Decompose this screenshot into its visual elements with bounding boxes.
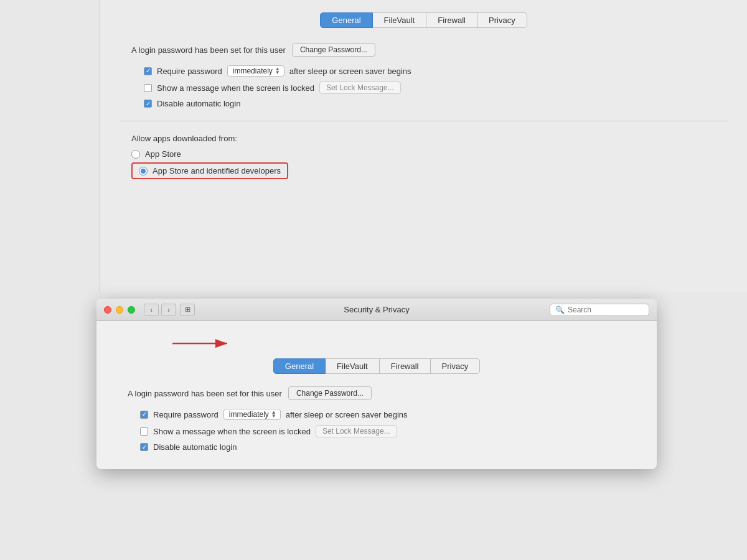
require-password-row-bottom: ✓ Require password immediately ▲ ▼ after… — [140, 409, 638, 420]
arrow-container — [115, 331, 638, 356]
disable-autologin-checkbox-bottom[interactable]: ✓ — [140, 443, 148, 451]
radio-selected-dot — [141, 169, 146, 174]
top-tabs: General FileVault Firewall Privacy — [119, 12, 728, 28]
section-divider — [119, 121, 728, 121]
traffic-lights — [104, 306, 135, 314]
tab-filevault-top[interactable]: FileVault — [373, 12, 427, 28]
show-message-row-bottom: Show a message when the screen is locked… — [140, 425, 638, 437]
allow-apps-title: Allow apps downloaded from: — [131, 134, 728, 143]
require-password-label: Require password — [157, 67, 222, 76]
nav-buttons: ‹ › — [144, 304, 176, 316]
checkmark-icon: ✓ — [146, 68, 151, 74]
tab-firewall-bottom[interactable]: Firewall — [380, 358, 431, 374]
disable-autologin-label-bottom: Disable automatic login — [153, 442, 237, 452]
show-message-row: Show a message when the screen is locked… — [144, 82, 728, 94]
password-timing-dropdown-bottom[interactable]: immediately ▲ ▼ — [223, 409, 281, 420]
window-content: General FileVault Firewall Privacy A log… — [96, 321, 657, 469]
dropdown-arrows-icon: ▲ ▼ — [275, 67, 280, 74]
tab-filevault-bottom[interactable]: FileVault — [326, 358, 380, 374]
password-timing-dropdown[interactable]: immediately ▲ ▼ — [227, 65, 284, 77]
search-input[interactable] — [568, 306, 644, 314]
allow-apps-section: Allow apps downloaded from: App Store Ap… — [131, 134, 728, 179]
login-text: A login password has been set for this u… — [131, 45, 286, 55]
disable-autologin-checkbox[interactable]: ✓ — [144, 100, 152, 108]
dropdown-value-bottom: immediately — [229, 410, 269, 419]
close-button[interactable] — [104, 306, 111, 314]
tab-general-top[interactable]: General — [320, 12, 372, 28]
checkmark-icon-2: ✓ — [146, 101, 151, 107]
tab-privacy-bottom[interactable]: Privacy — [431, 358, 481, 374]
forward-button[interactable]: › — [161, 304, 176, 316]
change-password-button-bottom[interactable]: Change Password... — [288, 386, 372, 400]
set-lock-message-button[interactable]: Set Lock Message... — [319, 82, 401, 94]
radio-identified-box[interactable]: App Store and identified developers — [131, 162, 288, 179]
grid-button[interactable]: ⊞ — [180, 304, 195, 316]
search-box[interactable]: 🔍 — [550, 304, 649, 316]
checkmark-icon-3: ✓ — [142, 444, 147, 450]
radio-identified-developers-row: App Store and identified developers — [131, 162, 728, 179]
checkmark-icon-bottom: ✓ — [142, 411, 147, 418]
set-lock-message-button-bottom[interactable]: Set Lock Message... — [316, 425, 397, 437]
require-password-label-bottom: Require password — [153, 410, 218, 419]
login-text-bottom: A login password has been set for this u… — [128, 389, 282, 398]
disable-autologin-row-bottom: ✓ Disable automatic login — [140, 442, 638, 452]
change-password-button-top[interactable]: Change Password... — [292, 43, 375, 57]
radio-identified[interactable] — [139, 167, 148, 175]
window-titlebar: ‹ › ⊞ Security & Privacy 🔍 — [96, 299, 657, 321]
minimize-button[interactable] — [116, 306, 123, 314]
require-password-checkbox-bottom[interactable]: ✓ — [140, 411, 148, 419]
show-message-label-bottom: Show a message when the screen is locked — [153, 427, 311, 436]
after-sleep-text: after sleep or screen saver begins — [289, 67, 411, 76]
show-message-label: Show a message when the screen is locked — [157, 83, 314, 93]
maximize-button[interactable] — [128, 306, 135, 314]
bottom-tabs: General FileVault Firewall Privacy — [115, 358, 638, 374]
after-sleep-text-bottom: after sleep or screen saver begins — [286, 410, 408, 419]
dropdown-value: immediately — [233, 67, 273, 75]
security-privacy-window: ‹ › ⊞ Security & Privacy 🔍 General Fil — [96, 299, 657, 469]
tab-general-bottom[interactable]: General — [273, 358, 326, 374]
tab-firewall-top[interactable]: Firewall — [426, 12, 477, 28]
show-message-checkbox[interactable] — [144, 84, 152, 92]
radio-app-store-row: App Store — [131, 149, 728, 159]
back-button[interactable]: ‹ — [144, 304, 159, 316]
window-title: Security & Privacy — [344, 305, 409, 314]
dropdown-arrows-icon-bottom: ▲ ▼ — [271, 411, 276, 418]
radio-identified-label: App Store and identified developers — [153, 166, 281, 175]
search-icon: 🔍 — [555, 306, 565, 314]
require-password-row: ✓ Require password immediately ▲ ▼ after… — [144, 65, 728, 77]
tab-privacy-top[interactable]: Privacy — [477, 12, 527, 28]
red-arrow — [165, 336, 240, 351]
show-message-checkbox-bottom[interactable] — [140, 427, 148, 436]
disable-autologin-row: ✓ Disable automatic login — [144, 99, 728, 108]
login-password-row: A login password has been set for this u… — [131, 43, 728, 57]
require-password-checkbox[interactable]: ✓ — [144, 67, 152, 75]
disable-autologin-label: Disable automatic login — [157, 99, 240, 108]
top-panel: General FileVault Firewall Privacy A log… — [100, 0, 747, 292]
login-password-row-bottom: A login password has been set for this u… — [128, 386, 638, 400]
radio-app-store-label: App Store — [145, 149, 181, 159]
radio-app-store[interactable] — [131, 150, 140, 159]
